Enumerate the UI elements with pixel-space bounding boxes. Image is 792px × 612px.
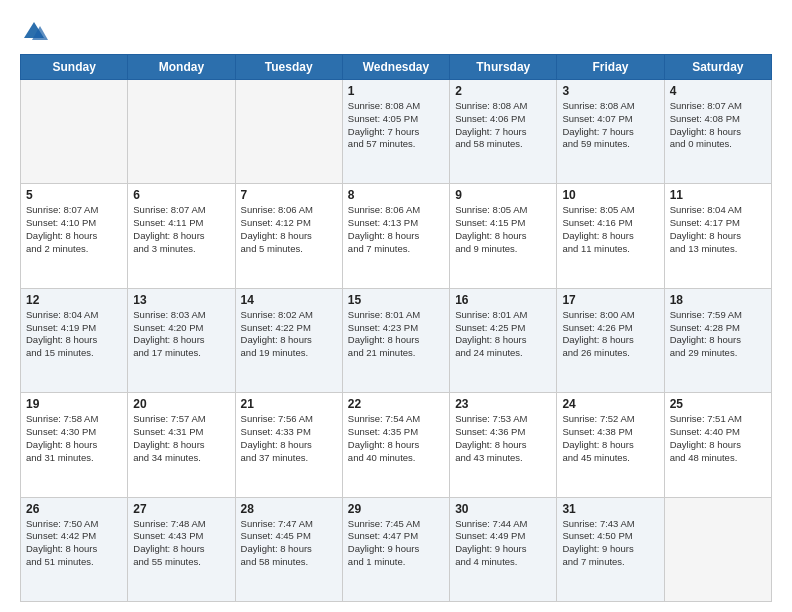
- day-number: 8: [348, 188, 444, 202]
- calendar-cell: [235, 80, 342, 184]
- calendar-cell: 20Sunrise: 7:57 AM Sunset: 4:31 PM Dayli…: [128, 393, 235, 497]
- day-number: 2: [455, 84, 551, 98]
- calendar-week-row: 1Sunrise: 8:08 AM Sunset: 4:05 PM Daylig…: [21, 80, 772, 184]
- calendar-cell: 28Sunrise: 7:47 AM Sunset: 4:45 PM Dayli…: [235, 497, 342, 601]
- calendar-table: SundayMondayTuesdayWednesdayThursdayFrid…: [20, 54, 772, 602]
- calendar-cell: 12Sunrise: 8:04 AM Sunset: 4:19 PM Dayli…: [21, 288, 128, 392]
- day-number: 31: [562, 502, 658, 516]
- calendar-cell: 31Sunrise: 7:43 AM Sunset: 4:50 PM Dayli…: [557, 497, 664, 601]
- day-info: Sunrise: 8:00 AM Sunset: 4:26 PM Dayligh…: [562, 309, 658, 360]
- day-number: 20: [133, 397, 229, 411]
- day-number: 30: [455, 502, 551, 516]
- header: [20, 18, 772, 46]
- day-info: Sunrise: 7:57 AM Sunset: 4:31 PM Dayligh…: [133, 413, 229, 464]
- day-info: Sunrise: 8:01 AM Sunset: 4:23 PM Dayligh…: [348, 309, 444, 360]
- day-info: Sunrise: 8:08 AM Sunset: 4:05 PM Dayligh…: [348, 100, 444, 151]
- day-info: Sunrise: 7:44 AM Sunset: 4:49 PM Dayligh…: [455, 518, 551, 569]
- calendar-cell: 27Sunrise: 7:48 AM Sunset: 4:43 PM Dayli…: [128, 497, 235, 601]
- day-info: Sunrise: 7:52 AM Sunset: 4:38 PM Dayligh…: [562, 413, 658, 464]
- day-number: 11: [670, 188, 766, 202]
- day-number: 1: [348, 84, 444, 98]
- calendar-cell: 6Sunrise: 8:07 AM Sunset: 4:11 PM Daylig…: [128, 184, 235, 288]
- day-number: 28: [241, 502, 337, 516]
- day-number: 19: [26, 397, 122, 411]
- calendar-cell: 11Sunrise: 8:04 AM Sunset: 4:17 PM Dayli…: [664, 184, 771, 288]
- day-info: Sunrise: 8:02 AM Sunset: 4:22 PM Dayligh…: [241, 309, 337, 360]
- day-header-thursday: Thursday: [450, 55, 557, 80]
- day-info: Sunrise: 7:58 AM Sunset: 4:30 PM Dayligh…: [26, 413, 122, 464]
- day-header-wednesday: Wednesday: [342, 55, 449, 80]
- calendar-cell: 25Sunrise: 7:51 AM Sunset: 4:40 PM Dayli…: [664, 393, 771, 497]
- day-number: 3: [562, 84, 658, 98]
- page: SundayMondayTuesdayWednesdayThursdayFrid…: [0, 0, 792, 612]
- day-info: Sunrise: 7:48 AM Sunset: 4:43 PM Dayligh…: [133, 518, 229, 569]
- day-number: 17: [562, 293, 658, 307]
- day-info: Sunrise: 8:06 AM Sunset: 4:12 PM Dayligh…: [241, 204, 337, 255]
- day-info: Sunrise: 8:05 AM Sunset: 4:15 PM Dayligh…: [455, 204, 551, 255]
- day-header-monday: Monday: [128, 55, 235, 80]
- day-number: 18: [670, 293, 766, 307]
- day-number: 5: [26, 188, 122, 202]
- calendar-header-row: SundayMondayTuesdayWednesdayThursdayFrid…: [21, 55, 772, 80]
- day-info: Sunrise: 7:59 AM Sunset: 4:28 PM Dayligh…: [670, 309, 766, 360]
- calendar-cell: 21Sunrise: 7:56 AM Sunset: 4:33 PM Dayli…: [235, 393, 342, 497]
- day-number: 4: [670, 84, 766, 98]
- day-info: Sunrise: 7:54 AM Sunset: 4:35 PM Dayligh…: [348, 413, 444, 464]
- day-info: Sunrise: 8:07 AM Sunset: 4:10 PM Dayligh…: [26, 204, 122, 255]
- calendar-cell: 15Sunrise: 8:01 AM Sunset: 4:23 PM Dayli…: [342, 288, 449, 392]
- day-number: 6: [133, 188, 229, 202]
- logo-icon: [20, 18, 48, 46]
- calendar-cell: 4Sunrise: 8:07 AM Sunset: 4:08 PM Daylig…: [664, 80, 771, 184]
- calendar-cell: 8Sunrise: 8:06 AM Sunset: 4:13 PM Daylig…: [342, 184, 449, 288]
- day-info: Sunrise: 8:06 AM Sunset: 4:13 PM Dayligh…: [348, 204, 444, 255]
- calendar-cell: [128, 80, 235, 184]
- day-number: 12: [26, 293, 122, 307]
- calendar-week-row: 19Sunrise: 7:58 AM Sunset: 4:30 PM Dayli…: [21, 393, 772, 497]
- day-number: 16: [455, 293, 551, 307]
- day-number: 26: [26, 502, 122, 516]
- calendar-cell: 7Sunrise: 8:06 AM Sunset: 4:12 PM Daylig…: [235, 184, 342, 288]
- day-info: Sunrise: 8:05 AM Sunset: 4:16 PM Dayligh…: [562, 204, 658, 255]
- calendar-cell: 22Sunrise: 7:54 AM Sunset: 4:35 PM Dayli…: [342, 393, 449, 497]
- calendar-cell: 3Sunrise: 8:08 AM Sunset: 4:07 PM Daylig…: [557, 80, 664, 184]
- calendar-cell: 24Sunrise: 7:52 AM Sunset: 4:38 PM Dayli…: [557, 393, 664, 497]
- calendar-cell: 16Sunrise: 8:01 AM Sunset: 4:25 PM Dayli…: [450, 288, 557, 392]
- calendar-week-row: 5Sunrise: 8:07 AM Sunset: 4:10 PM Daylig…: [21, 184, 772, 288]
- day-number: 25: [670, 397, 766, 411]
- calendar-cell: 26Sunrise: 7:50 AM Sunset: 4:42 PM Dayli…: [21, 497, 128, 601]
- day-info: Sunrise: 8:01 AM Sunset: 4:25 PM Dayligh…: [455, 309, 551, 360]
- calendar-cell: 18Sunrise: 7:59 AM Sunset: 4:28 PM Dayli…: [664, 288, 771, 392]
- day-info: Sunrise: 8:04 AM Sunset: 4:17 PM Dayligh…: [670, 204, 766, 255]
- calendar-week-row: 26Sunrise: 7:50 AM Sunset: 4:42 PM Dayli…: [21, 497, 772, 601]
- calendar-cell: 30Sunrise: 7:44 AM Sunset: 4:49 PM Dayli…: [450, 497, 557, 601]
- day-info: Sunrise: 7:56 AM Sunset: 4:33 PM Dayligh…: [241, 413, 337, 464]
- day-number: 15: [348, 293, 444, 307]
- calendar-week-row: 12Sunrise: 8:04 AM Sunset: 4:19 PM Dayli…: [21, 288, 772, 392]
- calendar-cell: 23Sunrise: 7:53 AM Sunset: 4:36 PM Dayli…: [450, 393, 557, 497]
- day-info: Sunrise: 8:08 AM Sunset: 4:07 PM Dayligh…: [562, 100, 658, 151]
- calendar-cell: 1Sunrise: 8:08 AM Sunset: 4:05 PM Daylig…: [342, 80, 449, 184]
- calendar-cell: 29Sunrise: 7:45 AM Sunset: 4:47 PM Dayli…: [342, 497, 449, 601]
- day-number: 9: [455, 188, 551, 202]
- day-number: 27: [133, 502, 229, 516]
- day-info: Sunrise: 8:04 AM Sunset: 4:19 PM Dayligh…: [26, 309, 122, 360]
- day-info: Sunrise: 8:07 AM Sunset: 4:08 PM Dayligh…: [670, 100, 766, 151]
- day-info: Sunrise: 7:51 AM Sunset: 4:40 PM Dayligh…: [670, 413, 766, 464]
- calendar-cell: 17Sunrise: 8:00 AM Sunset: 4:26 PM Dayli…: [557, 288, 664, 392]
- day-number: 14: [241, 293, 337, 307]
- day-info: Sunrise: 8:08 AM Sunset: 4:06 PM Dayligh…: [455, 100, 551, 151]
- day-info: Sunrise: 7:50 AM Sunset: 4:42 PM Dayligh…: [26, 518, 122, 569]
- day-number: 7: [241, 188, 337, 202]
- day-info: Sunrise: 7:43 AM Sunset: 4:50 PM Dayligh…: [562, 518, 658, 569]
- calendar-cell: 14Sunrise: 8:02 AM Sunset: 4:22 PM Dayli…: [235, 288, 342, 392]
- logo: [20, 18, 52, 46]
- calendar-cell: [664, 497, 771, 601]
- day-info: Sunrise: 8:03 AM Sunset: 4:20 PM Dayligh…: [133, 309, 229, 360]
- day-number: 22: [348, 397, 444, 411]
- calendar-cell: 10Sunrise: 8:05 AM Sunset: 4:16 PM Dayli…: [557, 184, 664, 288]
- calendar-cell: 5Sunrise: 8:07 AM Sunset: 4:10 PM Daylig…: [21, 184, 128, 288]
- day-info: Sunrise: 7:47 AM Sunset: 4:45 PM Dayligh…: [241, 518, 337, 569]
- day-number: 21: [241, 397, 337, 411]
- day-number: 23: [455, 397, 551, 411]
- day-number: 10: [562, 188, 658, 202]
